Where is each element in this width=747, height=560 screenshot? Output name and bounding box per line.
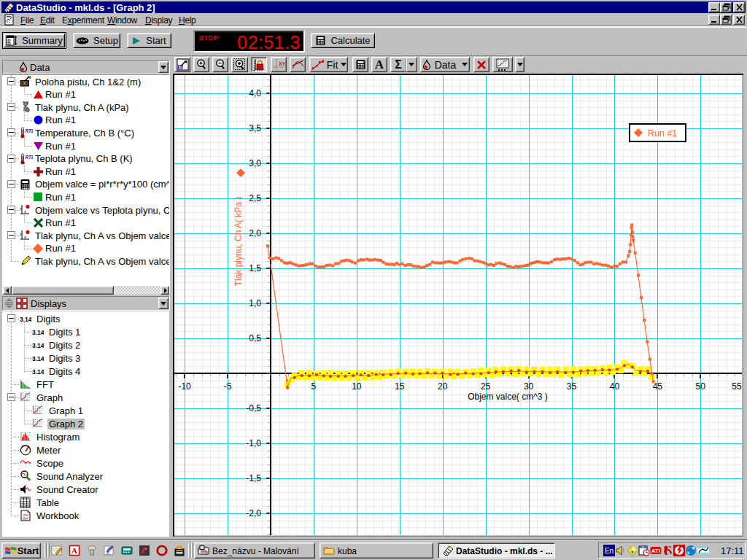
svg-text:ATI: ATI (651, 548, 660, 554)
svg-text:25: 25 (481, 381, 491, 392)
svg-text:35: 35 (567, 381, 577, 392)
svg-text:RTD: RTD (26, 154, 34, 159)
svg-text:3,5: 3,5 (249, 123, 261, 133)
svg-text:3.14: 3.14 (20, 316, 31, 323)
svg-text:40: 40 (610, 381, 620, 392)
svg-text:10: 10 (352, 381, 362, 392)
svg-text:-1,0: -1,0 (246, 438, 261, 448)
svg-text:RTD: RTD (26, 128, 34, 133)
svg-text:1,5: 1,5 (249, 263, 261, 273)
svg-text:0,5: 0,5 (249, 333, 261, 343)
svg-text:XY: XY (279, 61, 285, 66)
svg-text:2,0: 2,0 (249, 228, 261, 238)
svg-text:20: 20 (438, 381, 448, 392)
svg-text:2,5: 2,5 (249, 193, 261, 203)
svg-text:-5: -5 (224, 381, 232, 392)
svg-text:3,0: 3,0 (249, 158, 261, 168)
svg-text:3.14: 3.14 (32, 329, 44, 336)
svg-text:50: 50 (696, 381, 706, 392)
svg-text:5: 5 (311, 381, 317, 392)
svg-text:30: 30 (641, 546, 644, 549)
svg-text:-1,5: -1,5 (246, 473, 261, 483)
svg-text:55: 55 (732, 381, 742, 392)
svg-text:3.14: 3.14 (32, 342, 44, 349)
svg-text:A: A (71, 546, 77, 555)
svg-text:3.14: 3.14 (32, 355, 44, 362)
svg-text:En: En (605, 547, 614, 555)
svg-text:Objem valce( cm^3 ): Objem valce( cm^3 ) (468, 392, 548, 402)
svg-text:Tlak plynu, Ch A( kPa ): Tlak plynu, Ch A( kPa ) (233, 197, 244, 287)
svg-text:30: 30 (524, 381, 534, 392)
svg-text:4,0: 4,0 (249, 88, 261, 98)
svg-text:15: 15 (395, 381, 405, 392)
svg-text:-2,0: -2,0 (246, 508, 261, 518)
svg-text:-0,5: -0,5 (246, 403, 261, 413)
svg-text:-10: -10 (178, 381, 191, 392)
svg-text:1,0: 1,0 (249, 298, 261, 308)
svg-text:3.14: 3.14 (32, 368, 44, 376)
svg-text:Run #1: Run #1 (648, 128, 677, 139)
